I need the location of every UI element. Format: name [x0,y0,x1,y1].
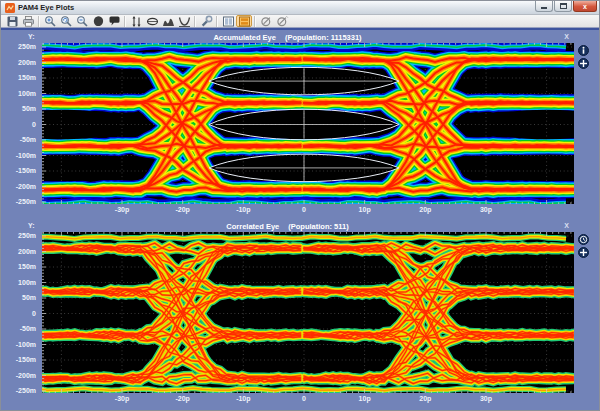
layout-rows-button[interactable] [236,15,252,27]
x-tick-label: 30p [480,395,492,402]
y-tick-label: 50m [22,105,36,113]
zoom-out-button[interactable] [74,15,90,27]
save-button[interactable] [4,15,20,27]
zoom-out-icon [76,15,89,28]
minimize-icon [541,7,547,9]
y-tick-label: -200m [16,372,36,380]
close-icon: x [583,3,587,10]
population-label: (Population: 511) [288,222,348,231]
data-cursor-button[interactable] [106,15,122,27]
close-button[interactable]: x [573,1,597,12]
print-icon [22,15,35,28]
y-tick-label: 100m [18,90,36,98]
layout-columns-button[interactable] [220,15,236,27]
y-tick-label: 200m [18,248,36,256]
accumulated-eye-header: Y: Accumulated Eye(Population: 1115331) … [1,31,600,43]
y-tick-labels: 250m200m150m100m50m0-50m-100m-150m-200m-… [1,232,39,393]
bathtub-button[interactable] [176,15,192,27]
x-tick-label: 10p [359,206,371,213]
phase-clock-2-icon [276,15,289,28]
y-tick-label: 0 [32,310,36,318]
histogram-button[interactable] [160,15,176,27]
maximize-button[interactable] [554,1,572,12]
layout-rows-icon [238,15,251,28]
pan-button[interactable] [90,15,106,27]
y-tick-label: 150m [18,263,36,271]
x-tick-label: 20p [419,206,431,213]
y-tick-label: 0 [32,121,36,129]
accumulated-eye-block: Y: Accumulated Eye(Population: 1115331) … [1,31,600,218]
y-tick-labels: 250m200m150m100m50m0-50m-100m-150m-200m-… [1,43,39,204]
zoom-in-icon [44,15,57,28]
y-tick-label: -100m [16,152,36,160]
settings-wrench-button[interactable] [198,15,214,27]
toolbar-separator [38,16,40,27]
x-tick-label: 30p [480,206,492,213]
accumulated-eye-body: 250m200m150m100m50m0-50m-100m-150m-200m-… [1,43,600,204]
plot-title: Accumulated Eye(Population: 1115331) [1,33,574,42]
accumulated-eye-title: Accumulated Eye [213,33,276,42]
data-cursor-icon [108,15,121,28]
y-tick-label: -100m [16,341,36,349]
correlated-eye-header: Y: Correlated Eye(Population: 511) X [1,220,600,232]
population-label: (Population: 1115331) [285,33,362,42]
minimize-button[interactable] [535,1,553,12]
correlated-eye-block: Y: Correlated Eye(Population: 511) X 250… [1,220,600,407]
app-icon [5,3,15,13]
phase-clock-1-button[interactable] [258,15,274,27]
zoom-reset-button[interactable] [58,15,74,27]
toolbar [1,15,599,28]
phase-clock-1-icon [260,15,273,28]
window-title: PAM4 Eye Plots [18,3,74,12]
y-tick-label: -150m [16,356,36,364]
correlated-eye-body: 250m200m150m100m50m0-50m-100m-150m-200m-… [1,232,600,393]
maximize-icon [560,3,567,9]
x-axis-close-label[interactable]: X [564,33,569,40]
plus-icon [579,59,588,68]
x-tick-label: 0 [302,206,306,213]
accumulated-eye-chart[interactable] [42,43,574,204]
toolbar-separator [124,16,126,27]
layout-columns-icon [222,15,235,28]
clock-button[interactable] [578,234,589,245]
x-tick-labels: -30p-20p-10p010p20p30p [1,393,600,407]
y-tick-label: 100m [18,279,36,287]
accumulated-side-buttons [578,45,589,69]
fit-vertical-button[interactable] [128,15,144,27]
correlated-side-buttons [578,234,589,258]
toolbar-separator [254,16,256,27]
fit-vertical-icon [130,15,143,28]
x-tick-label: 10p [359,395,371,402]
y-tick-label: 200m [18,59,36,67]
plus-icon [579,248,588,257]
info-button[interactable] [578,45,589,56]
x-tick-label: -10p [236,206,250,213]
zoom-in-button[interactable] [42,15,58,27]
y-tick-label: 150m [18,74,36,82]
y-tick-label: 250m [18,43,36,51]
x-tick-labels: -30p-20p-10p010p20p30p [1,204,600,218]
toolbar-separator [216,16,218,27]
x-tick-label: -20p [175,395,189,402]
clock-icon [579,235,588,244]
add-cursor-button[interactable] [578,58,589,69]
window-controls: x [535,1,597,12]
x-tick-label: -30p [115,395,129,402]
x-tick-label: -10p [236,395,250,402]
phase-clock-2-button[interactable] [274,15,290,27]
toolbar-separator [194,16,196,27]
x-tick-label: -20p [175,206,189,213]
y-tick-label: -200m [16,183,36,191]
pan-icon [92,15,105,28]
x-axis-close-label[interactable]: X [564,222,569,229]
correlated-eye-chart[interactable] [42,232,574,393]
print-button[interactable] [20,15,36,27]
eye-mask-button[interactable] [144,15,160,27]
plot-panel: Y: Accumulated Eye(Population: 1115331) … [1,28,599,410]
plot-title: Correlated Eye(Population: 511) [1,222,574,231]
settings-wrench-icon [200,15,213,28]
add-cursor-button[interactable] [578,247,589,258]
y-tick-label: 50m [22,294,36,302]
eye-mask-icon [146,15,159,28]
y-tick-label: 250m [18,232,36,240]
